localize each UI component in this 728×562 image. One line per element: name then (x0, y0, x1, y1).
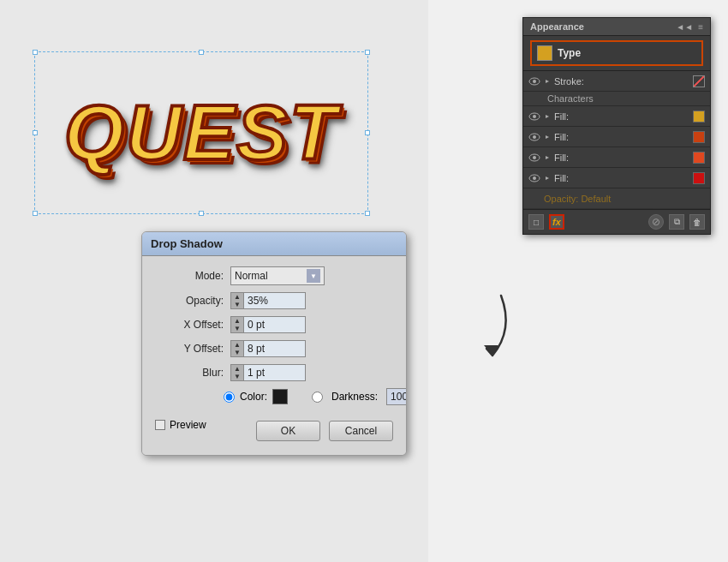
stroke-expand-icon[interactable] (544, 78, 551, 85)
fill-1-swatch[interactable] (693, 111, 705, 123)
x-offset-row: X Offset: ▲▼ (155, 316, 393, 333)
delete-icon[interactable]: 🗑 (689, 214, 705, 230)
fill-2-eye-icon[interactable] (528, 133, 540, 141)
dialog-buttons: OK Cancel (256, 421, 393, 441)
fill-2-label: Fill: (554, 132, 693, 142)
svg-point-14 (533, 176, 536, 180)
stroke-slash-icon (693, 75, 705, 87)
panel-menu-icon[interactable]: ≡ (698, 22, 703, 32)
handle-top-center[interactable] (199, 50, 204, 55)
mode-select[interactable]: Normal ▼ (230, 266, 325, 285)
darkness-radio[interactable] (312, 392, 323, 403)
y-offset-spinner-btn[interactable]: ▲▼ (230, 340, 244, 357)
handle-middle-left[interactable] (33, 130, 38, 135)
svg-marker-12 (546, 156, 549, 159)
fill-3-swatch[interactable] (693, 152, 705, 164)
handle-top-right[interactable] (365, 50, 370, 55)
opacity-label: Opacity: (155, 295, 224, 307)
panel-footer: □ fx ⊘ ⧉ 🗑 (523, 209, 710, 234)
y-offset-label: Y Offset: (155, 343, 224, 355)
fill-3-eye-icon[interactable] (528, 153, 540, 162)
preview-checkbox[interactable] (155, 420, 165, 430)
opacity-eye-icon (528, 194, 540, 203)
drop-shadow-dialog: Drop Shadow Mode: Normal ▼ Opacity: ▲▼ X… (141, 231, 407, 456)
opacity-row: Opacity: ▲▼ (155, 292, 393, 309)
svg-point-11 (533, 156, 536, 159)
handle-bottom-center[interactable] (199, 211, 204, 216)
characters-row: Characters (523, 92, 710, 106)
fill-row-3: Fill: (523, 147, 710, 168)
color-swatch[interactable] (272, 389, 288, 404)
y-offset-spinner: ▲▼ (230, 340, 306, 357)
color-radio[interactable] (224, 392, 235, 403)
fill-2-swatch[interactable] (693, 131, 705, 143)
stroke-row: Stroke: (523, 71, 710, 92)
fx-label: fx (552, 217, 561, 227)
fill-row-2: Fill: (523, 127, 710, 147)
arrow-connector (454, 287, 522, 373)
mode-label: Mode: (155, 270, 224, 282)
panel-title: Appearance (530, 21, 584, 32)
svg-marker-6 (546, 115, 549, 118)
svg-point-8 (533, 135, 536, 139)
fill-2-expand-icon[interactable] (544, 134, 551, 140)
handle-middle-right[interactable] (365, 130, 370, 135)
x-offset-field[interactable] (244, 316, 306, 333)
svg-marker-9 (546, 135, 549, 139)
blur-label: Blur: (155, 367, 224, 379)
handle-bottom-right[interactable] (365, 211, 370, 216)
quest-text-object: QUEST (64, 89, 338, 177)
opacity-field[interactable] (244, 292, 306, 309)
fill-1-eye-icon[interactable] (528, 112, 540, 121)
new-layer-icon[interactable]: □ (528, 214, 544, 230)
dialog-title-bar: Drop Shadow (142, 232, 406, 256)
darkness-label: Darkness: (331, 391, 378, 403)
ok-button[interactable]: OK (256, 421, 320, 441)
x-offset-spinner-btn[interactable]: ▲▼ (230, 316, 244, 333)
blur-spinner-btn[interactable]: ▲▼ (230, 364, 244, 381)
type-label: Type (558, 47, 581, 59)
svg-marker-3 (546, 80, 549, 83)
stroke-eye-icon[interactable] (528, 77, 540, 86)
opacity-panel-label: Opacity: Default (544, 194, 705, 204)
fill-row-1: Fill: (523, 106, 710, 127)
handle-bottom-left[interactable] (33, 211, 38, 216)
stroke-label: Stroke: (554, 76, 689, 87)
panel-title-bar: Appearance ◄◄ ≡ (523, 18, 710, 36)
mode-value: Normal (235, 270, 268, 282)
mode-row: Mode: Normal ▼ (155, 266, 393, 285)
blur-field[interactable] (244, 364, 306, 381)
y-offset-field[interactable] (244, 340, 306, 357)
fx-button[interactable]: fx (549, 214, 564, 230)
fill-3-label: Fill: (554, 152, 693, 163)
mode-select-arrow: ▼ (307, 269, 320, 283)
opacity-key: Opacity: (544, 194, 578, 204)
dialog-title: Drop Shadow (151, 237, 223, 250)
dialog-body: Mode: Normal ▼ Opacity: ▲▼ X Offset: ▲▼ (142, 256, 406, 455)
fill-4-eye-icon[interactable] (528, 174, 540, 182)
x-offset-spinner: ▲▼ (230, 316, 306, 333)
clear-icon[interactable]: ⊘ (648, 214, 664, 230)
fill-1-expand-icon[interactable] (544, 113, 551, 120)
color-radio-group: Color: Darkness: (224, 388, 407, 405)
x-offset-label: X Offset: (155, 319, 224, 331)
svg-point-5 (533, 115, 536, 118)
svg-marker-15 (546, 176, 549, 180)
duplicate-icon[interactable]: ⧉ (669, 214, 684, 230)
fill-3-expand-icon[interactable] (544, 154, 551, 161)
type-row[interactable]: Type (530, 40, 703, 66)
opacity-spinner: ▲▼ (230, 292, 306, 309)
fill-1-label: Fill: (554, 111, 693, 122)
handle-top-left[interactable] (33, 50, 38, 55)
blur-spinner: ▲▼ (230, 364, 306, 381)
color-row: Color: Darkness: (155, 388, 393, 405)
darkness-field[interactable] (386, 388, 407, 405)
panel-title-icons: ◄◄ ≡ (676, 22, 703, 32)
opacity-spinner-btn[interactable]: ▲▼ (230, 292, 244, 309)
cancel-button[interactable]: Cancel (329, 421, 393, 441)
fill-4-swatch[interactable] (693, 172, 705, 184)
color-label: Color: (240, 391, 267, 403)
panel-collapse-icon[interactable]: ◄◄ (676, 22, 693, 32)
opacity-val: Default (581, 194, 611, 204)
fill-4-expand-icon[interactable] (544, 175, 551, 182)
